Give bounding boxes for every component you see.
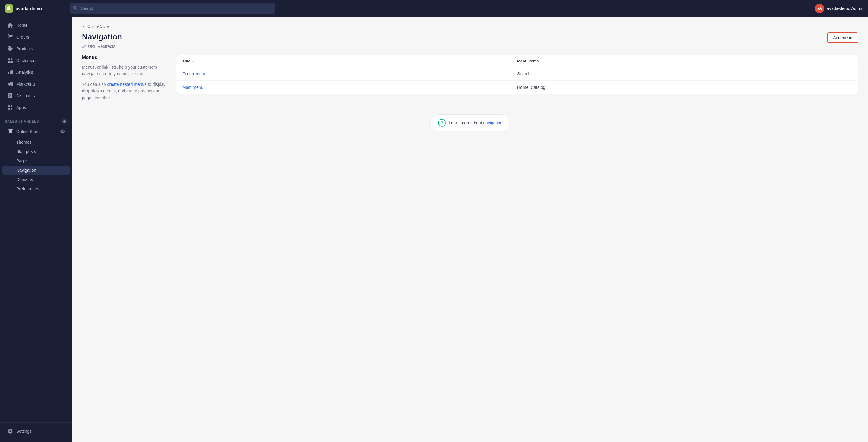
search-bar[interactable] bbox=[70, 3, 275, 14]
sidebar-item-online-store[interactable]: Online Store bbox=[2, 126, 70, 137]
avatar: aA bbox=[815, 4, 824, 13]
apps-icon bbox=[7, 104, 13, 110]
sidebar-item-orders[interactable]: Orders bbox=[2, 31, 70, 43]
table-header: Title ▲ Menu items bbox=[176, 55, 858, 67]
search-icon bbox=[73, 6, 77, 11]
sidebar-discounts-label: Discounts bbox=[16, 93, 35, 98]
sidebar-item-home[interactable]: Home bbox=[2, 20, 70, 31]
col-title-header: Title ▲ bbox=[182, 59, 517, 63]
col2-header-text: Menu items bbox=[517, 59, 539, 63]
col-menu-items-header: Menu items bbox=[517, 59, 852, 63]
learn-more-prefix: Learn more about bbox=[449, 121, 483, 125]
sales-channels-header: SALES CHANNELS + bbox=[0, 113, 72, 126]
sidebar-item-customers[interactable]: Customers bbox=[2, 55, 70, 66]
col1-header-text: Title bbox=[182, 59, 190, 63]
sidebar-marketing-label: Marketing bbox=[16, 81, 35, 87]
brand-name: avada-demo bbox=[16, 6, 42, 11]
sidebar-item-analytics[interactable]: Analytics bbox=[2, 67, 70, 78]
brand[interactable]: avada-demo bbox=[5, 4, 65, 13]
sidebar-item-products[interactable]: Products bbox=[2, 43, 70, 55]
products-icon bbox=[7, 46, 13, 52]
breadcrumb: Online Store bbox=[82, 24, 858, 29]
navigation-help-link[interactable]: navigation bbox=[483, 121, 502, 125]
marketing-icon bbox=[7, 81, 13, 87]
settings-label: Settings bbox=[16, 429, 32, 434]
page-title: Navigation bbox=[82, 32, 122, 41]
add-sales-channel-button[interactable]: + bbox=[61, 118, 67, 124]
sidebar-apps-label: Apps bbox=[16, 105, 26, 110]
menus-desc-2-prefix: You can also bbox=[82, 82, 107, 87]
learn-more-text: Learn more about navigation bbox=[449, 121, 502, 125]
row-1-items: Search bbox=[517, 71, 852, 76]
sidebar-item-settings[interactable]: Settings bbox=[2, 426, 70, 437]
search-input[interactable] bbox=[70, 3, 275, 14]
sidebar-analytics-label: Analytics bbox=[16, 70, 33, 75]
learn-more-box: ? Learn more about navigation bbox=[82, 114, 858, 131]
page-header: Navigation URL Redirects Add menu bbox=[82, 32, 858, 49]
nested-menus-link[interactable]: create nested menus bbox=[107, 82, 147, 87]
user-menu[interactable]: aA avada-demo Admin bbox=[815, 4, 863, 13]
sidebar-item-pages[interactable]: Pages bbox=[2, 156, 70, 165]
sidebar-products-label: Products bbox=[16, 46, 33, 51]
themes-label: Themes bbox=[16, 140, 32, 144]
topbar: avada-demo aA avada-demo Admin bbox=[0, 0, 868, 17]
main-content: Online Store Navigation URL Redirects Ad… bbox=[72, 17, 868, 442]
sidebar-customers-label: Customers bbox=[16, 58, 37, 63]
sidebar: Home Orders Products Cu bbox=[0, 17, 72, 442]
home-icon bbox=[7, 22, 13, 28]
sidebar-home-label: Home bbox=[16, 23, 27, 28]
learn-more-inner: ? Learn more about navigation bbox=[430, 114, 510, 131]
add-menu-button[interactable]: Add menu bbox=[827, 32, 858, 43]
sidebar-item-apps[interactable]: Apps bbox=[2, 102, 70, 113]
view-store-icon[interactable] bbox=[60, 129, 65, 135]
sidebar-item-themes[interactable]: Themes bbox=[2, 138, 70, 147]
footer-menu-link[interactable]: Footer menu bbox=[182, 71, 206, 76]
menus-desc-2: You can also create nested menus to disp… bbox=[82, 81, 166, 101]
shopify-logo-icon bbox=[5, 4, 13, 13]
discounts-icon bbox=[7, 93, 13, 99]
pages-label: Pages bbox=[16, 158, 28, 163]
preferences-label: Preferences bbox=[16, 186, 39, 191]
sidebar-nav: Home Orders Products Cu bbox=[0, 17, 72, 422]
url-redirects-link[interactable]: URL Redirects bbox=[82, 44, 122, 49]
help-circle-icon: ? bbox=[438, 119, 446, 127]
menus-table: Title ▲ Menu items Footer menu Search bbox=[176, 55, 858, 94]
menus-desc-1: Menus, or link lists, help your customer… bbox=[82, 64, 166, 77]
sidebar-item-preferences[interactable]: Preferences bbox=[2, 184, 70, 193]
user-name: avada-demo Admin bbox=[827, 6, 863, 11]
sidebar-orders-label: Orders bbox=[16, 35, 29, 39]
sidebar-bottom: Settings bbox=[0, 422, 72, 442]
sidebar-item-blog-posts[interactable]: Blog posts bbox=[2, 147, 70, 156]
main-menu-link[interactable]: Main menu bbox=[182, 85, 203, 90]
breadcrumb-link[interactable]: Online Store bbox=[87, 24, 109, 29]
table-row: Footer menu Search bbox=[176, 67, 858, 81]
settings-icon bbox=[7, 428, 13, 434]
blog-posts-label: Blog posts bbox=[16, 149, 36, 154]
online-store-label: Online Store bbox=[16, 129, 40, 134]
menus-description: Menus Menus, or link lists, help your cu… bbox=[82, 55, 166, 105]
sidebar-item-domains[interactable]: Domains bbox=[2, 175, 70, 184]
domains-label: Domains bbox=[16, 177, 33, 182]
breadcrumb-text: Online Store bbox=[87, 24, 109, 29]
online-store-icon bbox=[7, 129, 13, 135]
url-redirects-label: URL Redirects bbox=[88, 44, 116, 49]
row-1-title: Footer menu bbox=[182, 71, 517, 76]
sidebar-item-discounts[interactable]: Discounts bbox=[2, 90, 70, 101]
customers-icon bbox=[7, 58, 13, 64]
menus-title: Menus bbox=[82, 55, 166, 60]
sort-icon: ▲ bbox=[192, 59, 195, 63]
navigation-label: Navigation bbox=[16, 168, 36, 172]
page-title-section: Navigation URL Redirects bbox=[82, 32, 122, 49]
table-row: Main menu Home, Catalog bbox=[176, 81, 858, 94]
orders-icon bbox=[7, 34, 13, 40]
sales-channels-label: SALES CHANNELS bbox=[5, 120, 39, 123]
sidebar-item-navigation[interactable]: Navigation bbox=[2, 166, 70, 175]
row-2-title: Main menu bbox=[182, 85, 517, 90]
breadcrumb-chevron-icon bbox=[82, 25, 86, 28]
sidebar-item-marketing[interactable]: Marketing bbox=[2, 78, 70, 90]
row-2-items: Home, Catalog bbox=[517, 85, 852, 90]
content-grid: Menus Menus, or link lists, help your cu… bbox=[82, 55, 858, 105]
analytics-icon bbox=[7, 69, 13, 75]
link-icon bbox=[82, 44, 86, 48]
